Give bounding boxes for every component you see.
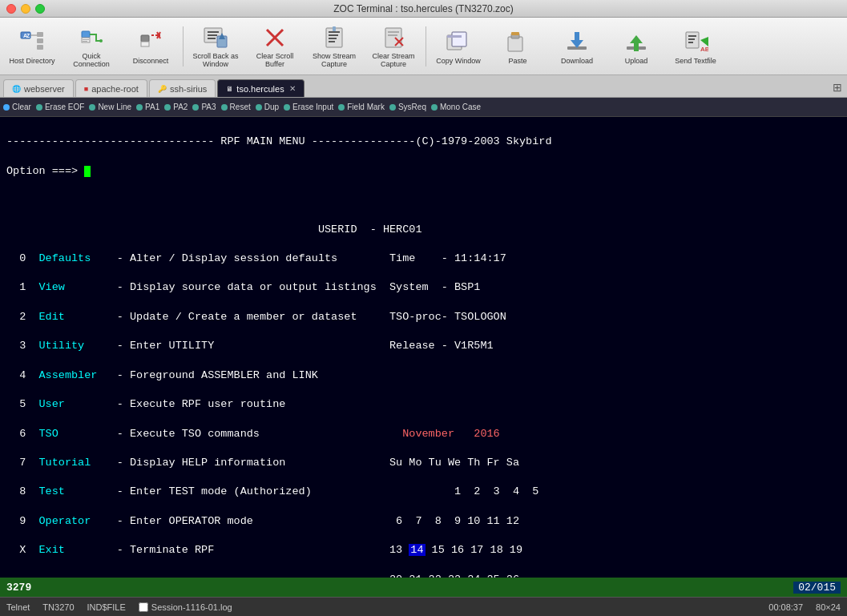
device-label: IND$FILE — [87, 602, 126, 612]
svg-point-11 — [99, 39, 103, 42]
log-checkbox[interactable] — [139, 602, 148, 612]
toolbar-scroll-back[interactable]: Scroll Back as Window — [187, 21, 244, 72]
fn-pa3-label: PA3 — [201, 103, 216, 111]
fn-pa1[interactable]: PA1 — [136, 103, 159, 111]
scroll-back-icon — [201, 24, 230, 51]
fn-field-mark[interactable]: Field Mark — [338, 103, 385, 111]
svg-rect-37 — [452, 32, 466, 46]
fn-new-line-label: New Line — [98, 103, 131, 111]
toolbar: A Z Host Directory Quick Connection — [0, 18, 847, 75]
copy-window-label: Copy Window — [436, 58, 481, 66]
svg-rect-13 — [141, 42, 149, 46]
fn-mono-case[interactable]: Mono Case — [431, 103, 481, 111]
terminal-item-4: 4 Assembler - Foreground ASSEMBLER and L… — [6, 368, 841, 383]
host-directory-label: Host Directory — [9, 58, 54, 66]
fn-dup-label: Dup — [264, 103, 279, 111]
fn-erase-input-dot — [284, 104, 290, 111]
svg-rect-41 — [511, 32, 519, 35]
traffic-lights — [6, 4, 45, 14]
toolbar-upload[interactable]: Upload — [607, 21, 665, 72]
svg-rect-50 — [688, 38, 695, 40]
toolbar-disconnect[interactable]: Disconnect — [122, 21, 179, 72]
tab-tso-hercules[interactable]: 🖥 tso.hercules ✕ — [217, 79, 304, 97]
terminal-item-7: 7 Tutorial - Display HELP information Su… — [6, 456, 841, 470]
close-button[interactable] — [6, 4, 16, 14]
svg-rect-18 — [208, 31, 219, 33]
minimize-button[interactable] — [21, 4, 30, 14]
toolbar-clear-stream[interactable]: Clear Stream Capture — [365, 21, 422, 72]
upload-label: Upload — [625, 58, 648, 66]
terminal-title: -------------------------------- RPF MAI… — [6, 135, 841, 149]
terminal-prompt: Option ===> — [6, 164, 841, 179]
toolbar-clear-scroll[interactable]: Clear Scroll Buffer — [246, 21, 304, 72]
fn-sysreq[interactable]: SysReq — [389, 103, 426, 111]
webserver-tab-icon: 🌐 — [12, 85, 21, 93]
terminal[interactable]: -------------------------------- RPF MAI… — [0, 117, 847, 578]
titlebar: ZOC Terminal : tso.hercules (TN3270.zoc) — [0, 0, 847, 18]
disconnect-label: Disconnect — [133, 58, 169, 66]
tab-ssh-sirius[interactable]: 🔑 ssh-sirius — [149, 79, 216, 97]
fn-new-line[interactable]: New Line — [89, 103, 131, 111]
toolbar-paste[interactable]: Paste — [489, 21, 547, 72]
toolbar-quick-connection[interactable]: Quick Connection — [63, 21, 120, 72]
svg-rect-39 — [508, 37, 522, 51]
maximize-button[interactable] — [35, 4, 45, 14]
fn-erase-input[interactable]: Erase Input — [284, 103, 333, 111]
svg-rect-20 — [208, 38, 216, 39]
status-bar-1: 3279 02/015 — [0, 578, 847, 597]
tab-webserver[interactable]: 🌐 webserver — [3, 79, 74, 97]
toolbar-show-stream[interactable]: Show Stream Capture — [305, 21, 363, 72]
tso-hercules-tab-icon: 🖥 — [226, 85, 233, 93]
tso-hercules-tab-close[interactable]: ✕ — [289, 84, 296, 93]
fn-pa2[interactable]: PA2 — [164, 103, 188, 111]
fn-mono-case-dot — [431, 104, 438, 111]
fn-erase-eof-label: Erase EOF — [45, 103, 84, 111]
fn-dup-dot — [256, 104, 262, 111]
tab-grid-icon[interactable]: ⊞ — [833, 81, 842, 94]
fn-pa3[interactable]: PA3 — [192, 103, 216, 111]
terminal-size: 80×24 — [816, 602, 841, 612]
terminal-container[interactable]: -------------------------------- RPF MAI… — [0, 117, 847, 578]
window-title: ZOC Terminal : tso.hercules (TN3270.zoc) — [333, 3, 514, 14]
toolbar-copy-window[interactable]: Copy Window — [430, 21, 487, 72]
apache-root-tab-label: apache-root — [91, 84, 139, 94]
webserver-tab-label: webserver — [24, 84, 65, 94]
terminal-item-6: 6 TSO - Execute TSO commands November 20… — [6, 427, 841, 441]
svg-rect-32 — [388, 31, 399, 33]
svg-rect-49 — [688, 35, 696, 37]
svg-rect-26 — [329, 31, 340, 33]
svg-rect-31 — [385, 28, 401, 47]
log-label: Session-1116-01.log — [151, 602, 232, 612]
svg-rect-19 — [208, 34, 217, 36]
fn-pa3-dot — [192, 104, 199, 111]
status-bar-2: Telnet TN3270 IND$FILE Session-1116-01.l… — [0, 597, 847, 616]
toolbar-host-directory[interactable]: A Z Host Directory — [3, 21, 61, 72]
terminal-item-x: X Exit - Terminate RPF 13 14 15 16 17 18… — [6, 543, 841, 558]
terminal-item-0: 0 Defaults - Alter / Display session def… — [6, 252, 841, 266]
terminal-item-9: 9 Operator - Enter OPERATOR mode 6 7 8 9… — [6, 514, 841, 529]
fn-mono-case-label: Mono Case — [440, 103, 481, 111]
apache-root-tab-icon: ■ — [84, 85, 88, 93]
fn-pa1-label: PA1 — [145, 103, 159, 111]
fn-new-line-dot — [89, 104, 95, 111]
fn-clear-label: Clear — [12, 103, 31, 111]
fn-clear[interactable]: Clear — [3, 103, 31, 111]
show-stream-label: Show Stream Capture — [307, 53, 361, 69]
fn-dup[interactable]: Dup — [256, 103, 279, 111]
svg-rect-9 — [83, 39, 89, 40]
toolbar-download[interactable]: Download — [548, 21, 606, 72]
fn-reset[interactable]: Reset — [221, 103, 251, 111]
fn-erase-eof[interactable]: Erase EOF — [36, 103, 84, 111]
clear-scroll-label: Clear Scroll Buffer — [248, 53, 302, 69]
svg-text:ABF: ABF — [700, 46, 708, 53]
emulation-label: TN3270 — [42, 602, 74, 612]
fn-sysreq-dot — [389, 104, 396, 111]
fn-sysreq-label: SysReq — [398, 103, 426, 111]
svg-rect-27 — [329, 34, 338, 36]
tab-apache-root[interactable]: ■ apache-root — [75, 79, 147, 97]
svg-rect-33 — [388, 34, 397, 36]
terminal-cursor — [84, 166, 91, 177]
toolbar-send-textfile[interactable]: ABF Send Textfile — [667, 21, 724, 72]
tabsbar: 🌐 webserver ■ apache-root 🔑 ssh-sirius 🖥… — [0, 75, 847, 98]
svg-rect-10 — [83, 41, 87, 42]
